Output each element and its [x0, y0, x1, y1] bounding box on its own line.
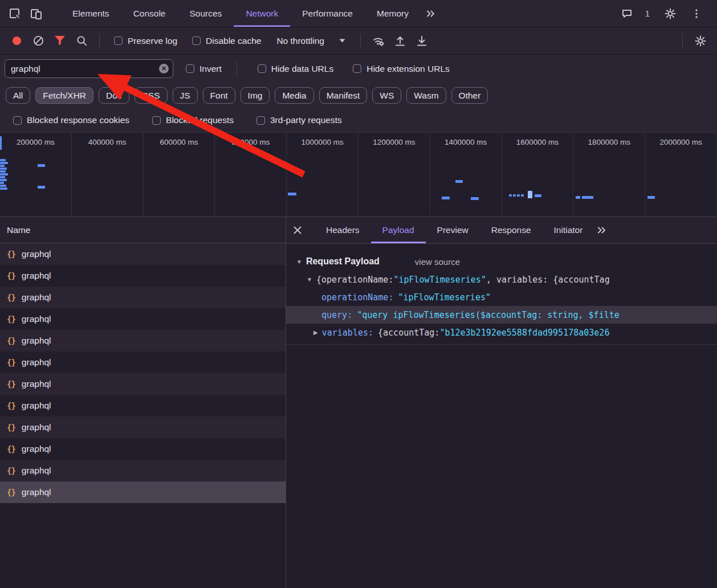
devtools-tab-performance[interactable]: Performance [290, 0, 365, 27]
request-row[interactable]: {}graphql [0, 481, 286, 503]
disable-cache-checkbox[interactable] [192, 36, 201, 45]
devtools-tab-memory[interactable]: Memory [365, 0, 421, 27]
request-row[interactable]: {}graphql [0, 438, 286, 460]
checkbox-blocked-requests[interactable] [152, 116, 161, 125]
kebab-menu-icon[interactable] [689, 6, 704, 22]
column-header-name[interactable]: Name [0, 217, 286, 243]
more-detail-tabs-icon[interactable] [594, 222, 610, 238]
search-icon[interactable] [74, 33, 89, 49]
filter-chip-img[interactable]: Img [241, 87, 270, 104]
filter-chip-css[interactable]: CSS [135, 87, 168, 104]
filter-chip-doc[interactable]: Doc [99, 87, 129, 104]
script-braces-icon: {} [7, 401, 15, 410]
timeline-column: 1000000 ms [287, 133, 358, 217]
request-row[interactable]: {}graphql [0, 416, 286, 438]
devtools-tab-network[interactable]: Network [234, 0, 290, 27]
collapse-section-icon[interactable]: ▼ [296, 259, 302, 265]
record-button[interactable] [9, 33, 25, 49]
checkbox-3rd-party-requests[interactable] [256, 116, 265, 125]
import-har-icon[interactable] [392, 33, 408, 49]
device-toolbar-icon[interactable] [28, 6, 44, 22]
filter-chip-font[interactable]: Font [203, 87, 235, 104]
filter-toggle-3rd-party-requests[interactable]: 3rd-party requests [256, 115, 342, 125]
request-row[interactable]: {}graphql [0, 243, 286, 265]
payload-variables-row[interactable]: ▶ variables:{accountTag: "b12e3b2192ee55… [286, 324, 717, 341]
timeline-column: 1600000 ms [502, 133, 574, 217]
settings-gear-icon[interactable] [662, 6, 678, 22]
request-name: graphql [22, 466, 51, 476]
checkbox-blocked-response-cookies[interactable] [13, 116, 22, 125]
disable-cache-toggle[interactable]: Disable cache [192, 36, 261, 46]
request-row[interactable]: {}graphql [0, 395, 286, 416]
payload-operation-row[interactable]: operationName:"ipFlowTimeseries" [286, 288, 717, 306]
filter-chip-other[interactable]: Other [451, 87, 488, 104]
request-row[interactable]: {}graphql [0, 373, 286, 395]
expand-object-icon[interactable]: ▶ [313, 329, 318, 336]
requests-panel: Name {}graphql{}graphql{}graphql{}graphq… [0, 217, 286, 588]
network-filter-row: ✕ Invert Hide data URLs Hide extension U… [0, 55, 717, 83]
script-braces-icon: {} [7, 444, 15, 454]
filter-chip-all[interactable]: All [6, 87, 30, 104]
more-panels-icon[interactable] [423, 6, 439, 22]
export-har-icon[interactable] [414, 33, 430, 49]
request-row[interactable]: {}graphql [0, 352, 286, 373]
filter-chip-manifest[interactable]: Manifest [319, 87, 368, 104]
request-name: graphql [22, 249, 51, 259]
filter-toggle-blocked-requests[interactable]: Blocked requests [152, 115, 234, 125]
request-name: graphql [22, 444, 51, 454]
preserve-log-checkbox[interactable] [114, 36, 123, 45]
detail-tab-preview[interactable]: Preview [426, 217, 480, 243]
network-overview-timeline[interactable]: 200000 ms400000 ms600000 ms800000 ms1000… [0, 133, 717, 217]
detail-tab-headers[interactable]: Headers [315, 217, 371, 243]
filter-chip-media[interactable]: Media [275, 87, 313, 104]
clear-filter-icon[interactable]: ✕ [159, 64, 169, 74]
detail-tab-response[interactable]: Response [480, 217, 543, 243]
filter-chip-wasm[interactable]: Wasm [406, 87, 446, 104]
filter-chip-js[interactable]: JS [173, 87, 198, 104]
request-row[interactable]: {}graphql [0, 265, 286, 287]
network-conditions-icon[interactable] [370, 33, 386, 49]
filter-chip-ws[interactable]: WS [372, 87, 401, 104]
request-row[interactable]: {}graphql [0, 308, 286, 330]
timeline-request-bar [0, 162, 8, 164]
hide-extension-urls-checkbox[interactable] [353, 64, 361, 73]
clear-network-log-icon[interactable] [30, 33, 46, 49]
network-filter-input[interactable] [5, 59, 173, 78]
hide-data-urls-checkbox[interactable] [258, 64, 266, 73]
invert-checkbox[interactable] [186, 64, 194, 73]
devtools-tab-console[interactable]: Console [121, 0, 178, 27]
timeline-request-bar [442, 197, 450, 199]
inspect-element-icon[interactable] [7, 6, 23, 22]
view-source-link[interactable]: view source [415, 257, 460, 267]
network-main-split: Name {}graphql{}graphql{}graphql{}graphq… [0, 217, 717, 588]
console-messages-icon[interactable] [619, 6, 635, 22]
request-list: {}graphql{}graphql{}graphql{}graphql{}gr… [0, 243, 286, 588]
timeline-request-bar [0, 136, 2, 150]
payload-preview-row[interactable]: ▼ {operationName: "ipFlowTimeseries", va… [286, 271, 717, 288]
request-row[interactable]: {}graphql [0, 287, 286, 308]
chevron-down-icon [339, 39, 345, 43]
request-row[interactable]: {}graphql [0, 460, 286, 481]
timeline-request-bar [509, 194, 512, 197]
filter-toggle-blocked-response-cookies[interactable]: Blocked response cookies [13, 115, 129, 125]
throttling-select[interactable]: No throttling [276, 36, 345, 46]
request-row[interactable]: {}graphql [0, 330, 286, 352]
request-name: graphql [22, 379, 51, 389]
network-settings-gear-icon[interactable] [692, 33, 708, 49]
timeline-request-bar [0, 185, 6, 187]
filter-icon[interactable] [52, 33, 68, 49]
preserve-log-toggle[interactable]: Preserve log [114, 36, 177, 46]
timeline-column: 1200000 ms [358, 133, 430, 217]
detail-tab-initiator[interactable]: Initiator [543, 217, 594, 243]
record-dot-icon [13, 36, 21, 45]
devtools-tab-elements[interactable]: Elements [60, 0, 121, 27]
devtools-tab-sources[interactable]: Sources [178, 0, 234, 27]
payload-query-row[interactable]: query:"query ipFlowTimeseries($accountTa… [286, 306, 717, 324]
hide-data-urls-toggle[interactable]: Hide data URLs [258, 64, 333, 74]
filter-chip-fetch-xhr[interactable]: Fetch/XHR [35, 87, 93, 104]
close-detail-icon[interactable] [290, 222, 305, 238]
invert-toggle[interactable]: Invert [186, 64, 222, 74]
detail-tab-payload[interactable]: Payload [371, 217, 426, 243]
collapse-object-icon[interactable]: ▼ [307, 276, 312, 283]
hide-extension-urls-toggle[interactable]: Hide extension URLs [353, 64, 450, 74]
